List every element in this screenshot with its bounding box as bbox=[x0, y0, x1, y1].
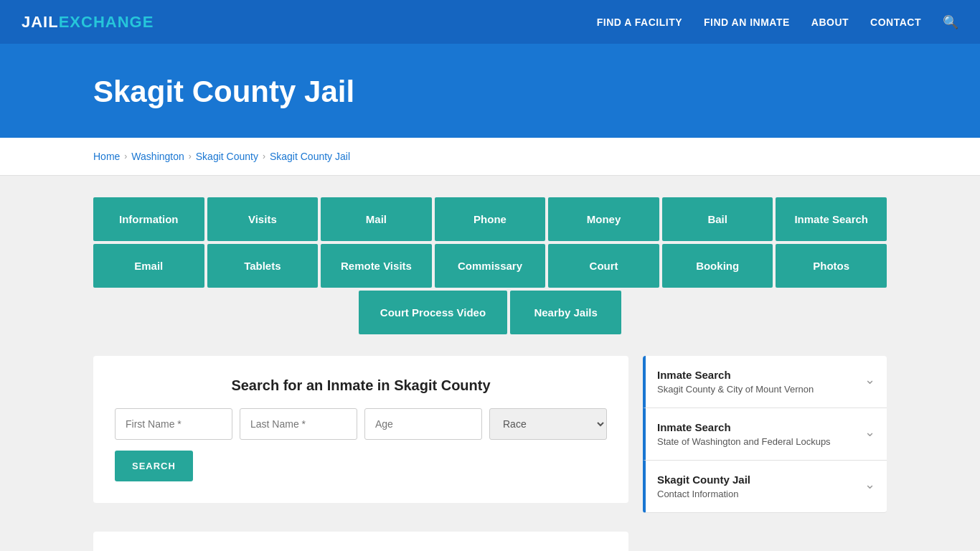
sidebar-item-2[interactable]: Inmate Search State of Washington and Fe… bbox=[643, 408, 887, 461]
btn-phone[interactable]: Phone bbox=[435, 197, 546, 241]
breadcrumb: Home › Washington › Skagit County › Skag… bbox=[0, 138, 980, 176]
btn-tablets[interactable]: Tablets bbox=[207, 244, 319, 288]
search-button[interactable]: SEARCH bbox=[115, 451, 193, 481]
search-title: Search for an Inmate in Skagit County bbox=[115, 377, 607, 394]
logo[interactable]: JAILEXCHANGE bbox=[22, 13, 154, 32]
search-box: Search for an Inmate in Skagit County Ra… bbox=[93, 356, 628, 503]
btn-nearby-jails[interactable]: Nearby Jails bbox=[510, 291, 621, 334]
btn-information[interactable]: Information bbox=[93, 197, 204, 241]
sidebar-item-3-sub: Contact Information bbox=[657, 489, 750, 499]
search-fields: Race White Black Hispanic Asian Other bbox=[115, 408, 607, 440]
btn-mail[interactable]: Mail bbox=[321, 197, 432, 241]
btn-commissary[interactable]: Commissary bbox=[435, 244, 546, 288]
logo-jail: JAIL bbox=[22, 13, 59, 32]
last-name-input[interactable] bbox=[240, 408, 357, 440]
button-grid-row2: Email Tablets Remote Visits Commissary C… bbox=[93, 244, 887, 288]
first-name-input[interactable] bbox=[115, 408, 232, 440]
breadcrumb-current: Skagit County Jail bbox=[270, 151, 350, 162]
sidebar-item-2-text: Inmate Search State of Washington and Fe… bbox=[657, 421, 831, 447]
sidebar: Inmate Search Skagit County & City of Mo… bbox=[643, 356, 887, 551]
sidebar-item-1-title: Inmate Search bbox=[657, 369, 814, 381]
content-area: Search for an Inmate in Skagit County Ra… bbox=[93, 356, 887, 551]
button-grid-row3: Court Process Video Nearby Jails bbox=[93, 291, 887, 334]
btn-court-process-video[interactable]: Court Process Video bbox=[359, 291, 507, 334]
btn-inmate-search[interactable]: Inmate Search bbox=[776, 197, 887, 241]
btn-remote-visits[interactable]: Remote Visits bbox=[321, 244, 432, 288]
sidebar-item-1-sub: Skagit County & City of Mount Vernon bbox=[657, 384, 814, 395]
sidebar-item-2-title: Inmate Search bbox=[657, 421, 831, 433]
btn-photos[interactable]: Photos bbox=[776, 244, 887, 288]
chevron-down-icon-3: ⌄ bbox=[864, 476, 875, 492]
chevron-down-icon-2: ⌄ bbox=[864, 424, 875, 440]
sidebar-item-1[interactable]: Inmate Search Skagit County & City of Mo… bbox=[643, 356, 887, 408]
sidebar-item-2-sub: State of Washington and Federal Lockups bbox=[657, 436, 831, 447]
nav-about[interactable]: ABOUT bbox=[811, 17, 849, 28]
sidebar-item-3[interactable]: Skagit County Jail Contact Information ⌄ bbox=[643, 461, 887, 513]
breadcrumb-sep-2: › bbox=[189, 151, 192, 161]
nav-find-facility[interactable]: FIND A FACILITY bbox=[597, 17, 682, 28]
nav-find-inmate[interactable]: FIND AN INMATE bbox=[704, 17, 790, 28]
breadcrumb-home[interactable]: Home bbox=[93, 151, 120, 162]
navbar: JAILEXCHANGE FIND A FACILITY FIND AN INM… bbox=[0, 0, 980, 46]
breadcrumb-skagit-county[interactable]: Skagit County bbox=[196, 151, 258, 162]
race-select[interactable]: Race White Black Hispanic Asian Other bbox=[489, 408, 607, 440]
btn-court[interactable]: Court bbox=[548, 244, 659, 288]
btn-visits[interactable]: Visits bbox=[207, 197, 319, 241]
btn-email[interactable]: Email bbox=[93, 244, 204, 288]
btn-booking[interactable]: Booking bbox=[662, 244, 773, 288]
breadcrumb-washington[interactable]: Washington bbox=[131, 151, 184, 162]
btn-bail[interactable]: Bail bbox=[662, 197, 773, 241]
btn-money[interactable]: Money bbox=[548, 197, 659, 241]
hero-section: Skagit County Jail bbox=[0, 46, 980, 138]
sidebar-item-1-text: Inmate Search Skagit County & City of Mo… bbox=[657, 369, 814, 395]
sidebar-item-3-title: Skagit County Jail bbox=[657, 474, 750, 486]
logo-exchange: EXCHANGE bbox=[59, 13, 154, 32]
chevron-down-icon-1: ⌄ bbox=[864, 372, 875, 387]
nav-links: FIND A FACILITY FIND AN INMATE ABOUT CON… bbox=[597, 14, 958, 30]
jail-info-section: Skagit County Jail Information bbox=[93, 532, 628, 551]
sidebar-item-3-text: Skagit County Jail Contact Information bbox=[657, 474, 750, 499]
button-grid-row1: Information Visits Mail Phone Money Bail… bbox=[93, 197, 887, 241]
age-input[interactable] bbox=[364, 408, 482, 440]
main-content: Information Visits Mail Phone Money Bail… bbox=[0, 176, 980, 551]
breadcrumb-sep-1: › bbox=[124, 151, 127, 161]
nav-contact[interactable]: CONTACT bbox=[870, 17, 921, 28]
search-icon[interactable]: 🔍 bbox=[943, 14, 958, 30]
page-title: Skagit County Jail bbox=[93, 75, 958, 109]
breadcrumb-sep-3: › bbox=[263, 151, 265, 161]
